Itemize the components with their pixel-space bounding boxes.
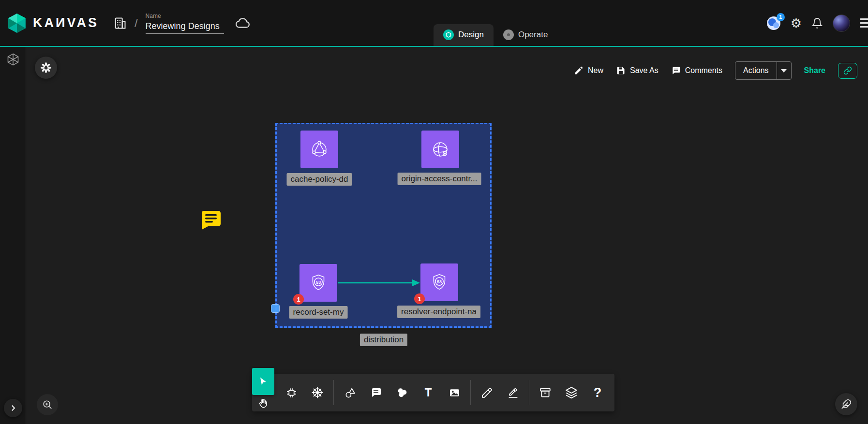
bell-icon — [811, 17, 823, 29]
select-tool-button[interactable] — [252, 368, 274, 395]
app-root: KAИVAS / Name — [0, 0, 868, 424]
design-canvas[interactable]: New Save As Comments Actions — [26, 47, 868, 424]
drawer-tool-button[interactable] — [532, 374, 558, 411]
design-name-input[interactable] — [146, 20, 224, 34]
group-selection-handle[interactable] — [271, 304, 280, 313]
zoom-in-icon — [42, 399, 53, 410]
breadcrumb-separator: / — [135, 16, 138, 30]
route53-glyph: 53 — [437, 279, 442, 284]
actions-caret[interactable] — [777, 62, 791, 79]
text-tool-glyph: T — [425, 386, 432, 399]
cluster-icon — [396, 386, 408, 399]
expand-sidebar-button[interactable] — [4, 399, 22, 417]
archive-drawer-icon — [539, 386, 552, 399]
components-tool-button[interactable] — [278, 374, 304, 411]
link-icon — [843, 66, 852, 75]
comments-button-label: Comments — [685, 66, 722, 75]
toolbar-divider — [529, 380, 529, 405]
kanvas-logo: KAИVAS — [7, 13, 99, 33]
cloud-icon — [235, 17, 251, 29]
menu-button[interactable] — [860, 18, 868, 28]
gear-icon: ⚙ — [791, 17, 802, 29]
caret-down-icon — [781, 69, 787, 73]
cloudfront-origin-access-icon — [429, 138, 451, 161]
design-actions-bar: New Save As Comments Actions — [574, 61, 857, 80]
node-origin-access-control[interactable] — [421, 131, 459, 168]
layers-tool-button[interactable] — [558, 374, 584, 411]
design-tab-icon — [443, 29, 454, 40]
save-as-button-label: Save As — [630, 66, 658, 75]
header-right: 1 ⚙ — [766, 0, 868, 46]
kubernetes-tool-button[interactable] — [304, 374, 330, 411]
save-icon — [616, 66, 626, 75]
annotate-tool-button[interactable] — [474, 374, 500, 411]
comment-marker[interactable] — [200, 210, 221, 232]
node-resolver-endpoint[interactable]: 53 — [420, 263, 458, 301]
comment-tool-icon — [370, 387, 382, 398]
node-label-origin-access[interactable]: origin-access-contr... — [398, 173, 481, 185]
layers-icon — [565, 386, 578, 399]
header: KAИVAS / Name — [0, 0, 868, 47]
kanvas-logo-icon — [7, 13, 27, 33]
shapes-tool-button[interactable] — [337, 374, 363, 411]
actions-button-label: Actions — [735, 62, 776, 79]
meshery-logo-icon[interactable] — [6, 53, 20, 68]
select-tools-column — [252, 374, 274, 411]
record-set-error-badge[interactable]: 1 — [293, 294, 304, 305]
node-label-resolver-endpoint[interactable]: resolver-endpoint-na — [397, 306, 480, 318]
resolver-endpoint-error-badge[interactable]: 1 — [414, 293, 425, 304]
image-icon — [449, 387, 461, 399]
group-cluster-tool-button[interactable] — [389, 374, 415, 411]
comment-icon — [671, 66, 681, 75]
provider-account-button[interactable]: 1 — [766, 16, 781, 30]
tab-design[interactable]: Design — [434, 24, 494, 46]
image-tool-button[interactable] — [441, 374, 467, 411]
node-cache-policy[interactable] — [300, 131, 338, 168]
cloud-sync-icon[interactable] — [235, 17, 251, 29]
notifications-button[interactable] — [811, 17, 823, 29]
actions-dropdown-button[interactable]: Actions — [735, 61, 791, 80]
tab-operate[interactable]: Operate — [494, 24, 557, 46]
user-menu-button[interactable] — [833, 15, 850, 32]
route53-icon: 53 — [428, 271, 450, 293]
cursor-icon — [258, 376, 269, 387]
canvas-toolbar: T — [252, 374, 614, 411]
new-design-button[interactable]: New — [574, 66, 603, 75]
node-record-set[interactable]: 53 — [299, 264, 337, 302]
feather-notes-button[interactable] — [835, 393, 857, 415]
comments-button[interactable]: Comments — [671, 66, 722, 75]
node-label-record-set[interactable]: record-set-my — [289, 306, 348, 319]
draw-tool-button[interactable] — [500, 374, 526, 411]
group-label-distribution[interactable]: distribution — [360, 334, 407, 346]
toolbar-divider — [333, 380, 334, 405]
pencil-icon — [574, 66, 584, 75]
pan-tool-button[interactable] — [252, 395, 274, 411]
operate-tab-icon — [503, 29, 514, 40]
shapes-icon — [344, 387, 356, 399]
edit-pencil-icon — [481, 387, 493, 399]
comment-bubble-icon — [200, 210, 221, 230]
hamburger-icon — [860, 18, 868, 20]
help-tool-button[interactable]: ? — [584, 374, 611, 411]
comment-tool-button[interactable] — [363, 374, 389, 411]
edge-record-to-resolver[interactable] — [337, 277, 420, 289]
text-tool-button[interactable]: T — [415, 374, 441, 411]
user-avatar — [833, 15, 850, 32]
save-as-button[interactable]: Save As — [616, 66, 658, 75]
helm-wheel-icon — [311, 386, 324, 399]
left-sidebar — [0, 47, 26, 424]
logo-wordmark: KAИVAS — [33, 15, 99, 30]
node-label-cache-policy[interactable]: cache-policy-dd — [286, 173, 352, 186]
share-button[interactable]: Share — [804, 66, 825, 75]
zoom-in-button[interactable] — [37, 394, 58, 415]
copy-link-button[interactable] — [838, 63, 857, 79]
loading-components-button[interactable] — [35, 57, 57, 79]
help-glyph: ? — [594, 385, 602, 400]
design-name-field: Name — [146, 13, 224, 34]
settings-button[interactable]: ⚙ — [791, 17, 802, 29]
design-tab-label: Design — [458, 30, 484, 40]
mode-tabs: Design Operate — [434, 24, 557, 46]
provider-notification-badge: 1 — [777, 13, 785, 21]
draw-pen-icon — [507, 387, 519, 399]
organization-button[interactable] — [113, 16, 127, 30]
